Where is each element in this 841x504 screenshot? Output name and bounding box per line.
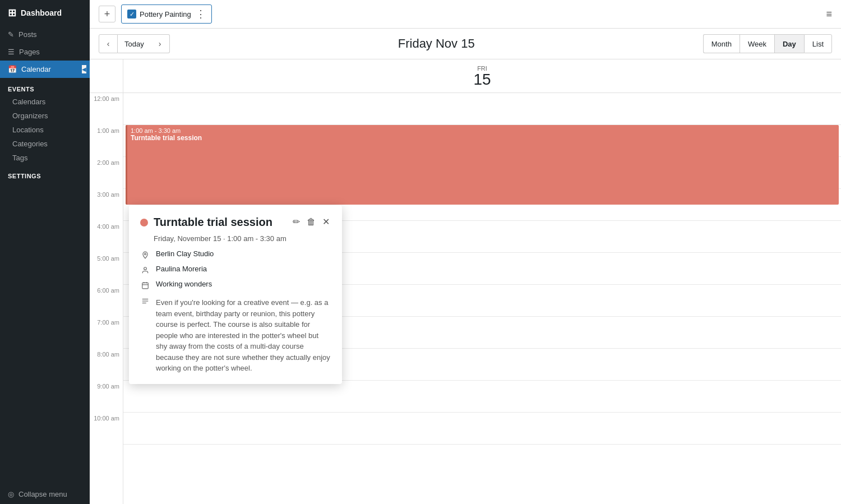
sidebar-item-organizers[interactable]: Organizers (0, 109, 90, 123)
delete-button[interactable]: 🗑 (306, 216, 317, 228)
posts-icon: ✎ (8, 30, 14, 39)
calendar-nav: ‹ Today › Friday Nov 15 Month Week Day L… (90, 29, 841, 59)
today-button[interactable]: Today (118, 34, 151, 53)
svg-point-1 (144, 267, 147, 270)
calendar-icon: 📅 (8, 65, 17, 73)
popup-description: Even if you're looking for a creative ev… (156, 297, 331, 374)
dashboard-icon: ⊞ (8, 7, 16, 19)
main-content: + ✓ Pottery Painting ⋮ ≡ ‹ Today › Frida… (90, 0, 841, 504)
calendar-grid: Fri 15 (123, 59, 841, 504)
day-header: Fri 15 (123, 59, 841, 93)
nav-arrows: ‹ Today › (99, 34, 170, 53)
event-time: 1:00 am - 3:30 am (131, 127, 835, 134)
svg-rect-2 (142, 283, 149, 288)
settings-section-label: Settings (0, 165, 90, 182)
next-button[interactable]: › (151, 34, 170, 53)
time-slot-12am: 12:00 am (90, 93, 123, 125)
sidebar-item-categories[interactable]: Categories (0, 137, 90, 151)
edit-button[interactable]: ✏ (292, 215, 301, 228)
time-column: 12:00 am 1:00 am 2:00 am 3:00 am 4:00 am… (90, 59, 123, 504)
popup-title: Turntable trial session (154, 215, 286, 229)
popup-color-dot (140, 219, 148, 226)
view-buttons: Month Week Day List (703, 34, 832, 53)
time-slot-2am: 2:00 am (90, 157, 123, 189)
location-icon (140, 250, 150, 260)
event-title: Turntable trial session (131, 134, 835, 142)
calendar-options-button[interactable]: ⋮ (196, 8, 206, 20)
sidebar-logo[interactable]: ⊞ Dashboard (0, 0, 90, 26)
checkbox-icon: ✓ (127, 10, 136, 19)
event-block[interactable]: 1:00 am - 3:30 am Turntable trial sessio… (126, 125, 839, 205)
popup-location: Berlin Clay Studio (156, 249, 214, 258)
calendar-title: Friday Nov 15 (170, 36, 703, 51)
sidebar-item-posts[interactable]: ✎ Posts (0, 26, 90, 43)
popup-calendar-name: Working wonders (156, 280, 212, 288)
time-slot-1am: 1:00 am (90, 125, 123, 157)
event-popup: Turntable trial session ✏ 🗑 ✕ Friday, No… (129, 205, 342, 384)
collapse-menu-button[interactable]: ◎ Collapse menu (0, 484, 90, 504)
popup-datetime: Friday, November 15 · 1:00 am - 3:30 am (154, 234, 331, 243)
week-view-button[interactable]: Week (740, 34, 774, 53)
sidebar-logo-label: Dashboard (21, 8, 62, 17)
time-slot-7am: 7:00 am (90, 317, 123, 349)
list-view-button[interactable]: List (804, 34, 832, 53)
collapse-icon: ◎ (8, 490, 14, 498)
day-view-button[interactable]: Day (774, 34, 804, 53)
calendar-name-label: Pottery Painting (140, 10, 191, 19)
time-slot-5am: 5:00 am (90, 253, 123, 285)
svg-point-0 (145, 253, 146, 255)
time-slot-3am: 3:00 am (90, 189, 123, 221)
time-slot-9am: 9:00 am (90, 381, 123, 413)
close-button[interactable]: ✕ (321, 215, 331, 228)
popup-header: Turntable trial session ✏ 🗑 ✕ (140, 215, 331, 229)
calendar-filter-button[interactable]: ✓ Pottery Painting ⋮ (121, 4, 212, 24)
events-section-label: Events (0, 78, 90, 95)
sidebar-item-calendars[interactable]: Calendars (0, 95, 90, 109)
popup-organizer-row: Paulina Moreria (140, 265, 331, 275)
popup-description-row: Even if you're looking for a creative ev… (140, 295, 331, 374)
time-slot-8am: 8:00 am (90, 349, 123, 381)
popup-organizer: Paulina Moreria (156, 265, 207, 273)
description-icon (140, 296, 150, 306)
hour-rows: 1:00 am - 3:30 am Turntable trial sessio… (123, 93, 841, 445)
popup-actions: ✏ 🗑 ✕ (292, 215, 331, 228)
sidebar: ⊞ Dashboard ✎ Posts ☰ Pages 📅 Calendar E… (0, 0, 90, 504)
topbar: + ✓ Pottery Painting ⋮ ≡ (90, 0, 841, 29)
time-slot-6am: 6:00 am (90, 285, 123, 317)
sidebar-item-pages[interactable]: ☰ Pages (0, 43, 90, 61)
sidebar-item-tags[interactable]: Tags (0, 151, 90, 165)
time-slot-4am: 4:00 am (90, 221, 123, 253)
pages-icon: ☰ (8, 48, 15, 56)
sidebar-item-calendar[interactable]: 📅 Calendar (0, 61, 90, 78)
popup-calendar-row: Working wonders (140, 280, 331, 290)
sidebar-item-locations[interactable]: Locations (0, 123, 90, 137)
calendar-small-icon (140, 280, 150, 290)
events-column[interactable]: 1:00 am - 3:30 am Turntable trial sessio… (123, 93, 841, 504)
hamburger-menu-button[interactable]: ≡ (826, 9, 832, 19)
prev-button[interactable]: ‹ (99, 34, 118, 53)
person-icon (140, 265, 150, 275)
add-button[interactable]: + (99, 6, 115, 22)
calendar-body: 12:00 am 1:00 am 2:00 am 3:00 am 4:00 am… (90, 59, 841, 504)
popup-location-row: Berlin Clay Studio (140, 249, 331, 260)
month-view-button[interactable]: Month (703, 34, 740, 53)
time-slot-10am: 10:00 am (90, 413, 123, 445)
